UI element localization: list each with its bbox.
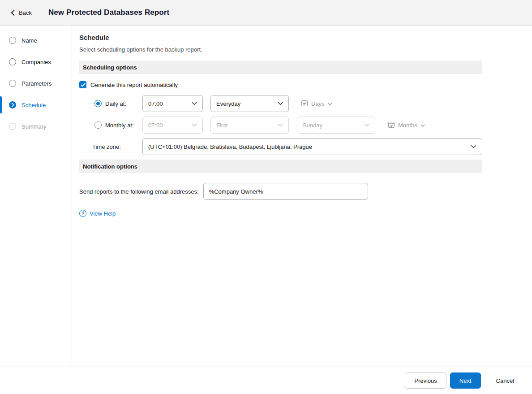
step-circle-icon [9,58,16,65]
calendar-icon [301,100,308,108]
monthly-schedule-row: Monthly at: 07:00 First [79,117,482,134]
step-label: Parameters [21,80,51,87]
next-button[interactable]: Next [450,372,481,389]
days-label: Days [311,100,325,107]
scheduling-options-section-header: Scheduling options [79,61,482,74]
daily-label: Daily at: [105,100,126,107]
back-button[interactable]: Back [11,9,32,16]
footer-bar: Previous Next Cancel [0,367,532,394]
step-label: Summary [21,123,47,130]
email-recipients-row: Send reports to the following email addr… [79,183,482,200]
sidebar-item-parameters[interactable]: Parameters [0,73,72,94]
step-active-chevron-icon [9,101,16,108]
monthly-week-select[interactable]: First [210,117,289,134]
chevron-down-icon [466,145,476,149]
chevron-left-icon [11,10,15,16]
cancel-button[interactable]: Cancel [493,372,517,389]
wizard-steps-sidebar: Name Companies Parameters Schedule Summa… [0,26,72,367]
help-question-icon: ? [79,210,86,217]
step-circle-icon [9,37,16,44]
chevron-down-icon [420,122,425,129]
calendar-icon [388,121,395,130]
header-bar: Back New Protected Databases Report [0,0,532,26]
view-help-link[interactable]: ? View Help [79,210,482,217]
step-label: Name [21,37,37,44]
daily-radio[interactable] [94,100,102,107]
timezone-label: Time zone: [92,143,121,150]
generate-report-checkbox-row: Generate this report automatically [79,81,482,88]
check-icon [81,83,86,87]
months-label: Months [398,122,417,129]
back-label: Back [19,9,32,16]
sidebar-item-schedule[interactable]: Schedule [0,94,72,116]
chevron-down-icon [328,100,332,107]
email-recipients-label: Send reports to the following email addr… [79,188,199,195]
email-recipients-input[interactable] [203,183,368,200]
sidebar-item-companies[interactable]: Companies [0,51,72,73]
page-title: New Protected Databases Report [48,8,169,17]
previous-button[interactable]: Previous [405,372,446,389]
daily-days-dropdown[interactable]: Days [301,100,332,108]
app-window: Back New Protected Databases Report Name… [0,0,532,394]
step-subtitle: Select scheduling options for the backup… [79,46,482,53]
chevron-down-icon [273,123,283,127]
view-help-label: View Help [90,210,116,217]
step-label: Schedule [21,102,46,108]
notification-options-section-header: Notification options [79,160,482,173]
step-label: Companies [21,59,51,65]
daily-schedule-row: Daily at: 07:00 Everyday [79,95,482,112]
generate-report-checkbox-label: Generate this report automatically [90,82,178,88]
sidebar-item-name[interactable]: Name [0,30,72,51]
timezone-select[interactable]: (UTC+01:00) Belgrade, Bratislava, Budape… [142,138,482,155]
monthly-radio[interactable] [94,121,102,129]
step-title: Schedule [79,34,482,41]
chevron-down-icon [273,102,283,105]
content-panel: Schedule Select scheduling options for t… [72,26,532,367]
step-circle-icon [9,80,16,87]
monthly-label: Monthly at: [105,122,134,129]
step-circle-icon [9,123,16,130]
chevron-down-icon [187,102,197,105]
monthly-months-dropdown[interactable]: Months [388,121,425,130]
generate-report-checkbox[interactable] [79,81,86,88]
chevron-down-icon [360,123,369,127]
timezone-row: Time zone: (UTC+01:00) Belgrade, Bratisl… [79,138,482,155]
daily-time-select[interactable]: 07:00 [142,95,203,112]
chevron-down-icon [187,123,197,127]
daily-frequency-select[interactable]: Everyday [210,95,289,112]
monthly-weekday-select[interactable]: Sunday [297,117,375,134]
monthly-time-select[interactable]: 07:00 [142,117,203,134]
sidebar-item-summary[interactable]: Summary [0,116,72,137]
header-divider [40,7,40,18]
